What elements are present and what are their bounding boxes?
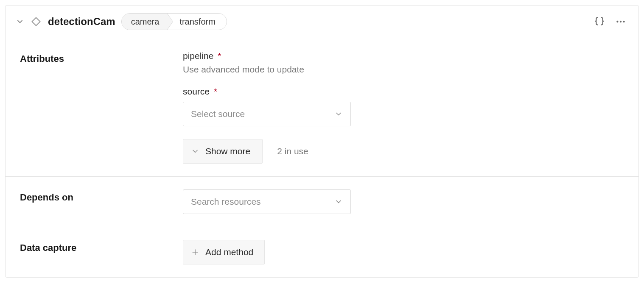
section-label-depends-on: Depends on: [20, 189, 173, 214]
show-more-row: Show more 2 in use: [183, 139, 638, 164]
braces-icon: [594, 16, 605, 27]
source-select[interactable]: Select source: [183, 102, 351, 126]
svg-point-2: [620, 21, 622, 22]
advanced-json-toggle[interactable]: [592, 14, 607, 29]
source-label-text: source: [183, 86, 210, 96]
component-type-icon: [30, 16, 42, 28]
svg-point-3: [623, 21, 624, 22]
breadcrumb-model[interactable]: transform: [168, 14, 226, 30]
pipeline-hint: Use advanced mode to update: [183, 64, 638, 75]
svg-point-1: [616, 21, 618, 22]
component-name: detectionCam: [48, 16, 115, 28]
in-use-count: 2 in use: [277, 146, 308, 156]
diamond-icon: [30, 16, 42, 28]
chevron-down-icon: [334, 198, 343, 206]
depends-on-content: Search resources: [183, 189, 638, 214]
chevron-down-icon: [334, 110, 343, 118]
more-actions-button[interactable]: [613, 14, 628, 29]
source-select-placeholder: Select source: [191, 109, 245, 119]
section-label-data-capture: Data capture: [20, 240, 173, 264]
ellipsis-icon: [615, 16, 626, 27]
panel-header: detectionCam camera transform: [6, 6, 638, 38]
type-model-breadcrumb: camera transform: [121, 13, 227, 30]
add-method-button[interactable]: Add method: [183, 240, 265, 264]
pipeline-label-text: pipeline: [183, 51, 213, 61]
attributes-content: pipeline * Use advanced mode to update s…: [183, 51, 638, 164]
data-capture-section: Data capture Add method: [6, 227, 638, 277]
depends-on-section: Depends on Search resources: [6, 177, 638, 227]
required-marker: *: [218, 51, 221, 61]
add-method-label: Add method: [205, 247, 253, 257]
pipeline-field-label: pipeline *: [183, 51, 638, 61]
component-panel: detectionCam camera transform Attributes…: [5, 5, 639, 278]
required-marker: *: [214, 86, 217, 96]
chevron-down-icon: [16, 17, 24, 26]
attributes-section: Attributes pipeline * Use advanced mode …: [6, 38, 638, 177]
breadcrumb-type[interactable]: camera: [122, 14, 168, 30]
collapse-toggle[interactable]: [16, 17, 24, 26]
plus-icon: [191, 248, 199, 256]
data-capture-content: Add method: [183, 240, 638, 264]
source-field-label: source *: [183, 86, 638, 97]
show-more-label: Show more: [205, 146, 250, 156]
show-more-button[interactable]: Show more: [183, 139, 263, 164]
section-label-attributes: Attributes: [20, 51, 173, 164]
depends-on-select[interactable]: Search resources: [183, 189, 351, 214]
chevron-down-icon: [191, 147, 199, 156]
svg-rect-0: [32, 17, 40, 25]
depends-on-placeholder: Search resources: [191, 197, 261, 207]
